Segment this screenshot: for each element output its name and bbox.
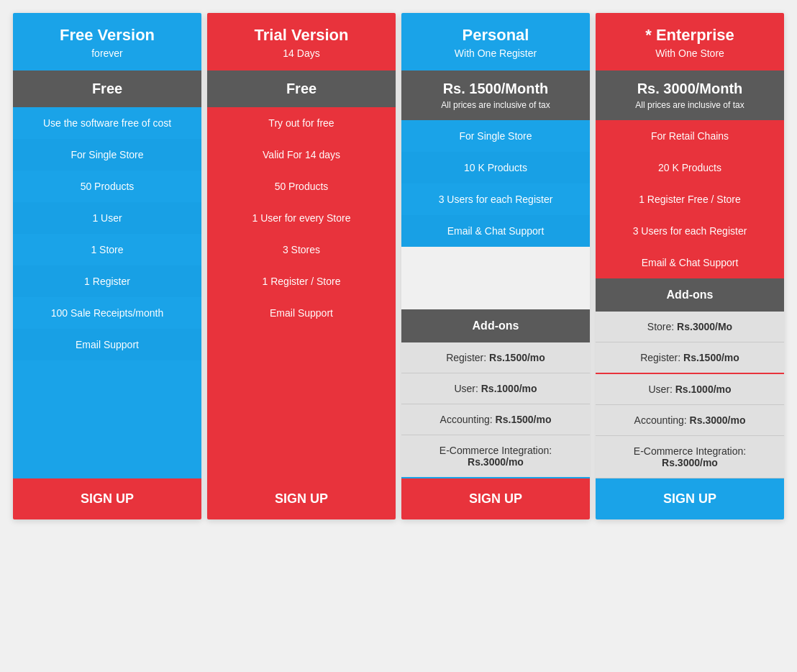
spacer xyxy=(207,329,396,478)
addon-item: Register: Rs.1500/mo xyxy=(596,342,784,374)
feature-item: 3 Users for each Register xyxy=(596,215,784,247)
addon-item: Store: Rs.3000/Mo xyxy=(596,312,784,342)
plan-header-trial: Trial Version14 Days xyxy=(207,13,396,71)
addon-item: Register: Rs.1500/mo xyxy=(401,342,590,373)
plan-features-trial: Try out for freeValid For 14 days50 Prod… xyxy=(207,107,396,478)
signup-button-free[interactable]: SIGN UP xyxy=(13,478,201,519)
plan-title-free: Free Version xyxy=(20,26,194,45)
feature-item: 10 K Products xyxy=(401,152,590,183)
plan-features-personal: For Single Store10 K Products3 Users for… xyxy=(401,120,590,309)
price-note-personal: All prices are inclusive of tax xyxy=(409,100,583,110)
plan-header-free: Free Versionforever xyxy=(13,13,201,71)
plan-title-personal: Personal xyxy=(409,26,583,45)
plan-price-free: Free xyxy=(13,71,201,107)
plan-title-enterprise: * Enterprise xyxy=(603,26,777,45)
plan-title-trial: Trial Version xyxy=(214,26,388,45)
addons-header-enterprise: Add-ons xyxy=(596,278,784,312)
feature-item: Email Support xyxy=(207,297,396,329)
plan-card-enterprise: * EnterpriseWith One StoreRs. 3000/Month… xyxy=(596,13,784,519)
addon-item: Accounting: Rs.3000/mo xyxy=(596,405,784,436)
feature-item: 50 Products xyxy=(13,171,201,202)
price-amount-trial: Free xyxy=(214,81,388,97)
addon-item: User: Rs.1000/mo xyxy=(596,374,784,405)
addon-item: User: Rs.1000/mo xyxy=(401,373,590,404)
plan-card-free: Free VersionforeverFreeUse the software … xyxy=(13,13,201,519)
spacer xyxy=(13,360,201,478)
feature-item: Valid For 14 days xyxy=(207,139,396,171)
plan-card-trial: Trial Version14 DaysFreeTry out for free… xyxy=(207,13,396,519)
feature-item: 100 Sale Receipts/month xyxy=(13,297,201,329)
plan-features-enterprise: For Retail Chains20 K Products1 Register… xyxy=(596,120,784,278)
feature-item: For Single Store xyxy=(401,120,590,152)
addons-header-personal: Add-ons xyxy=(401,309,590,342)
feature-item: 1 Register Free / Store xyxy=(596,183,784,215)
feature-item: 20 K Products xyxy=(596,152,784,183)
plan-header-personal: PersonalWith One Register xyxy=(401,13,590,71)
feature-item: Email Support xyxy=(13,329,201,360)
signup-button-enterprise[interactable]: SIGN UP xyxy=(596,478,784,519)
plans-container: Free VersionforeverFreeUse the software … xyxy=(7,7,790,525)
feature-item: 3 Users for each Register xyxy=(401,183,590,215)
feature-item: Email & Chat Support xyxy=(401,215,590,247)
plan-card-personal: PersonalWith One RegisterRs. 1500/MonthA… xyxy=(401,13,590,519)
addon-item: E-Commerce Integration:Rs.3000/mo xyxy=(401,435,590,478)
addon-item: E-Commerce Integration:Rs.3000/mo xyxy=(596,436,784,478)
plan-price-enterprise: Rs. 3000/MonthAll prices are inclusive o… xyxy=(596,71,784,120)
plan-header-enterprise: * EnterpriseWith One Store xyxy=(596,13,784,71)
signup-button-personal[interactable]: SIGN UP xyxy=(401,478,590,519)
feature-item: Email & Chat Support xyxy=(596,247,784,278)
feature-item: 1 Register xyxy=(13,265,201,297)
price-amount-personal: Rs. 1500/Month xyxy=(409,81,583,97)
feature-item: 3 Stores xyxy=(207,234,396,265)
plan-price-trial: Free xyxy=(207,71,396,107)
plan-subtitle-personal: With One Register xyxy=(409,47,583,59)
plan-features-free: Use the software free of costFor Single … xyxy=(13,107,201,478)
price-amount-free: Free xyxy=(20,81,194,97)
feature-item: 1 Store xyxy=(13,234,201,265)
feature-item: 1 User xyxy=(13,202,201,234)
feature-item: 50 Products xyxy=(207,171,396,202)
feature-item: 1 User for every Store xyxy=(207,202,396,234)
plan-subtitle-trial: 14 Days xyxy=(214,47,388,59)
feature-item: Try out for free xyxy=(207,107,396,139)
addon-item: Accounting: Rs.1500/mo xyxy=(401,404,590,435)
feature-item: For Retail Chains xyxy=(596,120,784,152)
plan-price-personal: Rs. 1500/MonthAll prices are inclusive o… xyxy=(401,71,590,120)
feature-item: For Single Store xyxy=(13,139,201,171)
feature-item: Use the software free of cost xyxy=(13,107,201,139)
feature-item: 1 Register / Store xyxy=(207,265,396,297)
price-amount-enterprise: Rs. 3000/Month xyxy=(603,81,777,97)
plan-subtitle-enterprise: With One Store xyxy=(603,47,777,59)
plan-subtitle-free: forever xyxy=(20,47,194,59)
signup-button-trial[interactable]: SIGN UP xyxy=(207,478,396,519)
price-note-enterprise: All prices are inclusive of tax xyxy=(603,100,777,110)
